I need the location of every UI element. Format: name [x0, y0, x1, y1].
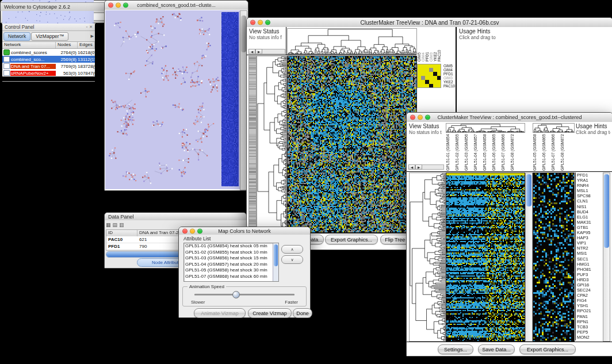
up-arrow-icon: ∧	[290, 247, 293, 252]
attribute-list-item[interactable]: GPL51-01 (GSM854) heat shock 05 min	[184, 243, 273, 250]
dialog-titlebar[interactable]: Map Colors to Network	[179, 227, 310, 235]
scrollbar-thumb[interactable]	[241, 16, 246, 52]
speed-slider-thumb[interactable]	[232, 291, 240, 298]
data-panel-title: Data Panel	[108, 214, 134, 220]
scrollbar-thumb[interactable]	[526, 174, 531, 206]
column-label: GPL51-06 (GSM865	[492, 132, 501, 171]
create-vizmap-button[interactable]: Create Vizmap	[248, 308, 292, 318]
down-arrow-icon: ∨	[290, 258, 293, 262]
expression-heatmap[interactable]	[287, 56, 417, 233]
gene-label: MON2	[577, 335, 603, 340]
zoom-button[interactable]	[197, 228, 202, 233]
close-panel-icon[interactable]: ✕	[89, 25, 93, 29]
column-label: GPL51-03 (GSM856	[464, 132, 473, 171]
attribute-listbox[interactable]: GPL51-01 (GSM854) heat shock 05 minGPL51…	[183, 243, 279, 282]
export-graphics-button[interactable]: Export Graphics...	[519, 344, 576, 354]
gene-dendrogram[interactable]	[409, 173, 446, 342]
network-graph-canvas[interactable]	[105, 10, 240, 189]
tab-vizmapper[interactable]: VizMapper™	[31, 32, 68, 41]
gene-label: MSI1	[577, 251, 603, 256]
expression-heatmap[interactable]	[446, 173, 525, 342]
tab-network[interactable]: Network	[3, 32, 30, 41]
gene-label: HMG1	[577, 262, 603, 267]
column-labels: GPL51-05 (GSM858GPL51-06 (GSM865GPL51-07…	[533, 132, 573, 171]
move-up-button[interactable]: ∧	[281, 245, 303, 254]
scrollbar-thumb[interactable]	[274, 244, 278, 266]
attribute-list-item[interactable]: GPL51-05 (GSM858) heat shock 30 min	[184, 267, 273, 274]
zoom-button[interactable]	[265, 20, 270, 25]
minimize-button[interactable]	[190, 228, 195, 233]
zoom-button[interactable]	[425, 115, 430, 120]
zoom-button[interactable]	[123, 3, 128, 8]
network-list-row[interactable]: sRNAPuberNov2+563(0)107847(0)	[2, 70, 95, 76]
save-data-button[interactable]: Save Data...	[478, 344, 515, 354]
scroll-left-icon[interactable]: ◀	[248, 49, 255, 54]
mini-scrollbar[interactable]: ◀ ▶	[248, 49, 285, 54]
correlation-matrix[interactable]	[417, 64, 441, 88]
treeview-combined-titlebar[interactable]: ClusterMaker TreeView : combined_scores_…	[407, 113, 612, 122]
done-button[interactable]: Done	[293, 308, 312, 318]
gene-label: PAN1	[577, 314, 603, 319]
export-graphics-button[interactable]: Export Graphics...	[325, 235, 378, 244]
data-panel-toolbar: ▦ ▤ ▥	[106, 221, 124, 228]
attribute-select-icon[interactable]: ▦	[106, 222, 111, 228]
animation-speed-group: Animation Speed Slower Faster	[182, 286, 307, 306]
heatmap-vertical-scrollbar[interactable]	[525, 173, 533, 342]
network-list-row[interactable]: DNA and Tran 07...7769(0)183728(0)	[2, 63, 95, 70]
settings-button[interactable]: Settings...	[438, 344, 473, 354]
attribute-create-icon[interactable]: ▤	[113, 222, 118, 228]
gene-label: PFD1	[577, 173, 603, 178]
control-panel-header: Control Panel ▫ ✕	[2, 24, 95, 31]
mini-scrollbar[interactable]: ◀ ▶	[408, 164, 444, 170]
gene-label: RNR4	[577, 183, 603, 188]
divider	[407, 342, 612, 342]
gene-dendrogram[interactable]	[257, 56, 287, 233]
attribute-list-item[interactable]: GPL51-03 (GSM856) heat shock 15 min	[184, 255, 273, 262]
gene-label: PHO81	[577, 267, 603, 272]
column-dendrogram[interactable]	[533, 123, 575, 133]
gene-tree-scrollbar[interactable]	[248, 56, 257, 233]
usage-hints-text: Click and drag to	[576, 129, 610, 136]
attribute-list-item[interactable]: GPL51-07 (GSM868) heat shock 60 min	[184, 274, 273, 280]
matrix-row-label: PAC10	[443, 84, 455, 88]
move-down-button[interactable]: ∨	[281, 255, 303, 264]
divider	[247, 55, 416, 55]
scroll-left-icon[interactable]: ◀	[408, 164, 415, 170]
minimize-button[interactable]	[258, 20, 263, 25]
faster-label: Faster	[285, 300, 298, 305]
float-panel-icon[interactable]: ▫	[86, 25, 87, 29]
treeview-combined-body: View Status No status info t ◀ ▶ GPL51-0…	[407, 122, 612, 356]
scroll-track[interactable]	[422, 164, 444, 170]
attribute-delete-icon[interactable]: ▥	[119, 222, 124, 228]
column-label: YKE2	[433, 28, 437, 62]
status-welcome: Welcome to Cytoscape 2.6.2	[4, 4, 70, 10]
treeview-dna-titlebar[interactable]: ClusterMaker TreeView : DNA and Tran 07-…	[247, 18, 612, 28]
treeview-dna-title: ClusterMaker TreeView : DNA and Tran 07-…	[247, 20, 612, 26]
close-button[interactable]	[182, 228, 188, 233]
scroll-track[interactable]	[262, 49, 285, 54]
attribute-list-item[interactable]: GPL51-02 (GSM855) heat shock 10 min	[184, 250, 273, 256]
usage-hints-title: Usage Hints	[576, 123, 610, 129]
scrollbar-thumb[interactable]	[604, 174, 609, 248]
network-list-row[interactable]: combined_scores2764(0)16218(0)	[2, 49, 95, 56]
close-button[interactable]	[250, 20, 255, 25]
attribute-list-item[interactable]: GPL51-04 (GSM857) heat shock 20 min	[184, 262, 273, 268]
gene-list-scrollbar[interactable]	[603, 173, 610, 342]
animate-vizmap-button[interactable]: Animate Vizmap	[194, 308, 246, 318]
column-dendrogram[interactable]	[446, 123, 525, 133]
column-dendrogram[interactable]	[287, 28, 417, 55]
minimize-button[interactable]	[418, 115, 423, 120]
gene-label: CLN1	[577, 198, 603, 204]
minimize-button[interactable]	[116, 3, 121, 8]
list-scrollbar[interactable]	[273, 243, 278, 281]
scroll-right-icon[interactable]: ▶	[415, 164, 422, 170]
data-panel-titlebar[interactable]: Data Panel	[105, 213, 246, 221]
secondary-heatmap[interactable]	[533, 173, 575, 342]
close-button[interactable]	[108, 3, 113, 8]
network-list-row[interactable]: combined_sco...2569(8)13112(15)	[2, 56, 95, 63]
network-view-titlebar[interactable]: combined_scores_good.txt--cluste...	[105, 1, 248, 10]
close-button[interactable]	[410, 115, 415, 120]
speed-slider-track[interactable]	[194, 294, 294, 296]
scroll-right-icon[interactable]: ▶	[255, 49, 262, 54]
tab-overflow-icon[interactable]: ▶	[91, 34, 94, 39]
